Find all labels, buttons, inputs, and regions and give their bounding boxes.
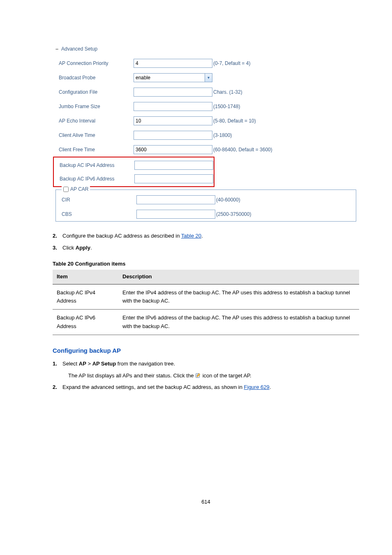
ap-priority-input[interactable]: [134, 59, 212, 68]
config-items-table: Item Description Backup AC IPv4 Address …: [53, 270, 359, 335]
section-heading: Configuring backup AP: [53, 346, 359, 356]
link-table-20[interactable]: Table 20: [181, 233, 201, 239]
jumbo-label: Jumbo Frame Size: [55, 104, 134, 109]
backup-ipv6-input[interactable]: [134, 174, 213, 183]
advanced-setup-figure: – Advanced Setup AP Connection Priority …: [53, 41, 359, 224]
collapse-icon[interactable]: –: [55, 46, 60, 52]
config-file-hint: Chars. (1-32): [212, 89, 242, 95]
echo-label: AP Echo Interval: [55, 118, 134, 124]
table-caption: Table 20 Configuration items: [53, 260, 359, 268]
backup-ipv4-input[interactable]: [134, 161, 213, 170]
free-label: Client Free Time: [55, 147, 134, 153]
sec-step-1-text: Select AP > AP Setup from the navigation…: [62, 360, 175, 368]
sec-step-1-line2: The AP list displays all APs and their s…: [53, 372, 359, 380]
step-3-text: Click Apply.: [62, 244, 92, 252]
step-3-num: 3.: [53, 244, 62, 252]
alive-input[interactable]: [134, 131, 212, 140]
broadcast-probe-select[interactable]: enable: [134, 73, 212, 82]
apcar-fieldset: AP CAR CIR (40-60000) CBS (2500-3750000): [55, 190, 356, 222]
td-desc: Enter the IPv6 address of the backup AC.…: [118, 310, 359, 335]
table-row: Backup AC IPv4 Address Enter the IPv4 ad…: [53, 284, 359, 310]
config-file-input[interactable]: [134, 88, 212, 97]
cbs-label: CBS: [58, 211, 136, 217]
echo-input[interactable]: [134, 116, 212, 125]
cir-hint: (40-60000): [215, 197, 240, 203]
apcar-legend-label: AP CAR: [70, 186, 88, 192]
cir-label: CIR: [58, 197, 136, 203]
sec-step-2-text: Expand the advanced settings, and set th…: [62, 383, 271, 392]
th-item: Item: [53, 270, 118, 284]
cbs-hint: (2500-3750000): [215, 211, 251, 217]
apcar-checkbox[interactable]: [63, 187, 69, 192]
ap-priority-hint: (0-7, Default = 4): [212, 60, 250, 66]
config-file-label: Configuration File: [55, 89, 134, 95]
jumbo-hint: (1500-1748): [212, 104, 240, 109]
th-desc: Description: [118, 270, 359, 284]
backup-highlight-box: Backup AC IPv4 Address Backup AC IPv6 Ad…: [53, 157, 214, 187]
cir-input[interactable]: [136, 195, 215, 204]
backup-ipv4-label: Backup AC IPv4 Address: [56, 162, 134, 168]
echo-hint: (5-80, Default = 10): [212, 118, 256, 124]
ap-priority-label: AP Connection Priority: [55, 60, 134, 66]
free-hint: (60-86400, Default = 3600): [212, 147, 272, 153]
sec-step-1-num: 1.: [53, 360, 62, 368]
td-item: Backup AC IPv6 Address: [53, 310, 118, 335]
backup-ipv6-label: Backup AC IPv6 Address: [56, 176, 134, 182]
td-item: Backup AC IPv4 Address: [53, 284, 118, 310]
table-row: Backup AC IPv6 Address Enter the IPv6 ad…: [53, 310, 359, 335]
edit-icon: [195, 372, 201, 378]
step-2-text: Configure the backup AC address as descr…: [62, 232, 203, 240]
step-2-num: 2.: [53, 232, 62, 240]
sec-step-2-num: 2.: [53, 383, 62, 392]
link-figure-629[interactable]: Figure 629: [244, 384, 270, 390]
td-desc: Enter the IPv4 address of the backup AC.…: [118, 284, 359, 310]
alive-hint: (3-1800): [212, 132, 232, 138]
jumbo-input[interactable]: [134, 102, 212, 111]
free-input[interactable]: [134, 145, 212, 154]
section-title: Advanced Setup: [61, 46, 97, 52]
alive-label: Client Alive Time: [55, 132, 134, 138]
cbs-input[interactable]: [136, 210, 215, 219]
page-number: 614: [53, 499, 359, 505]
broadcast-probe-label: Broadcast Probe: [55, 75, 134, 81]
